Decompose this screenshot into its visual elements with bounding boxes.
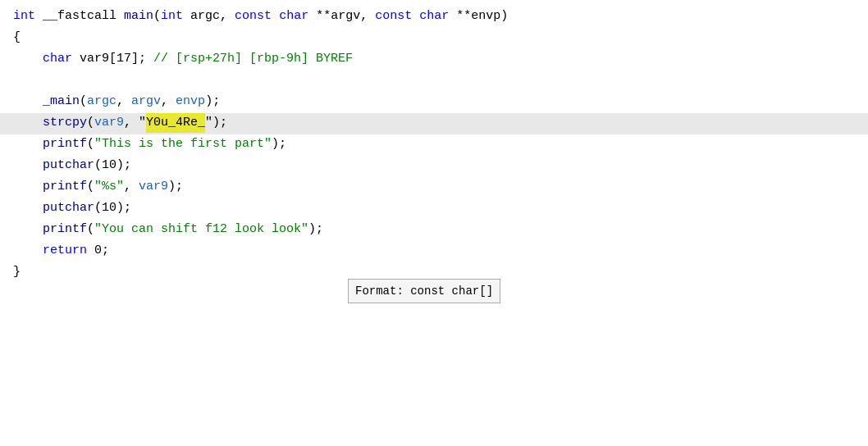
var-var9: var9 xyxy=(94,113,124,133)
code-line-7: printf ( "This is the first part" ); xyxy=(0,134,868,156)
keyword-const: const xyxy=(235,7,272,26)
code-line-3: char var9[17]; // [rsp+27h] [rbp-9h] BYR… xyxy=(0,49,868,71)
code-line-5: _main ( argc , argv , envp ); xyxy=(0,92,868,113)
func-putchar1: putchar xyxy=(43,156,94,175)
keyword-int2: int xyxy=(161,7,183,26)
code-line-6: strcpy ( var9 , " Y0u_4Re_ "); xyxy=(0,113,868,134)
code-line-4 xyxy=(0,71,868,92)
func-main: main xyxy=(124,7,153,26)
string-percent-s: "%s" xyxy=(94,177,124,197)
func-printf2: printf xyxy=(43,177,87,197)
var-argc: argc xyxy=(87,92,116,112)
code-line-8: putchar (10); xyxy=(0,156,868,177)
func-strcpy: strcpy xyxy=(43,113,87,133)
func-printf1: printf xyxy=(43,134,87,154)
code-line-1: int __fastcall main ( int argc, const ch… xyxy=(0,7,868,28)
var-var9-2: var9 xyxy=(139,177,168,197)
string-first-part: "This is the first part" xyxy=(94,134,272,154)
code-line-12: return 0; xyxy=(0,241,868,262)
func-_main: _main xyxy=(43,92,80,112)
keyword-char2: char xyxy=(419,7,449,26)
func-printf3: printf xyxy=(43,220,87,239)
func-putchar2: putchar xyxy=(43,198,94,218)
code-editor: int __fastcall main ( int argc, const ch… xyxy=(0,0,868,446)
type-tooltip: Format: const char[] xyxy=(348,279,500,303)
code-line-2: { xyxy=(0,28,868,49)
keyword-char3: char xyxy=(43,49,72,69)
keyword-const2: const xyxy=(375,7,412,26)
string-highlighted: Y0u_4Re_ xyxy=(146,113,205,133)
string-shift-f12: "You can shift f12 look look" xyxy=(94,220,308,239)
keyword-return: return xyxy=(43,241,87,261)
keyword-int: int xyxy=(13,7,35,26)
code-line-9: printf ( "%s" , var9 ); xyxy=(0,177,868,198)
tooltip-text: Format: const char[] xyxy=(355,284,493,298)
var-argv: argv xyxy=(131,92,161,112)
keyword-char: char xyxy=(279,7,308,26)
code-line-11: printf ( "You can shift f12 look look" )… xyxy=(0,220,868,241)
code-line-10: putchar (10); xyxy=(0,198,868,220)
var-envp: envp xyxy=(176,92,205,112)
comment: // [rsp+27h] [rbp-9h] BYREF xyxy=(153,49,353,69)
